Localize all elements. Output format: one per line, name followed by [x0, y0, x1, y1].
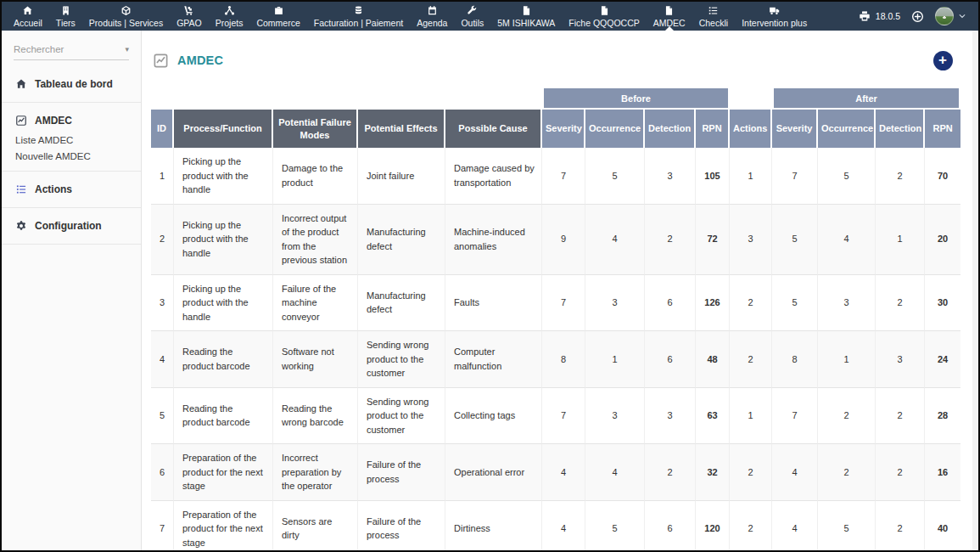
cell-severity-before: 7 — [542, 148, 585, 205]
cell-effects: Joint failure — [358, 148, 445, 205]
topnav: AccueilTiersProduits | ServicesGPAOProje… — [2, 2, 978, 31]
nav-item-intervention-plus[interactable]: Intervention plus — [735, 2, 814, 31]
home-icon — [22, 5, 33, 16]
table-row: 5Reading the product barcodeReading the … — [151, 388, 960, 445]
cell-rpn-after: 30 — [925, 275, 960, 332]
cell-occurrence-after: 4 — [818, 205, 876, 275]
nav-item-5m-ishikawa[interactable]: 5M ISHIKAWA — [490, 2, 562, 31]
search-input[interactable] — [14, 44, 121, 54]
sidebar-item-nouvelle-amdec[interactable]: Nouvelle AMDEC — [2, 149, 141, 165]
nav-item-label: Checkli — [699, 18, 728, 28]
sidebar: ▾ Tableau de bordAMDECListe AMDECNouvell… — [2, 31, 142, 550]
cell-detection-before: 6 — [645, 275, 696, 332]
group-header-spacer — [730, 88, 772, 110]
sidebar-item-liste-amdec[interactable]: Liste AMDEC — [2, 132, 141, 149]
group-header-after: After — [772, 88, 960, 110]
file-icon — [599, 5, 610, 16]
sidebar-menu: Tableau de bordAMDECListe AMDECNouvelle … — [2, 72, 141, 245]
vertical-scrollbar[interactable] — [972, 31, 978, 550]
nav-item-label: GPAO — [176, 18, 202, 28]
cell-detection-after: 2 — [876, 275, 925, 332]
cell-process-function: Reading the product barcode — [174, 331, 273, 388]
cell-cause: Computer malfunction — [445, 331, 542, 388]
cell-severity-after: 8 — [772, 331, 818, 388]
nav-item-facturation-paiement[interactable]: Facturation | Paiement — [307, 2, 410, 31]
cell-id: 4 — [151, 331, 174, 388]
nav-item-commerce[interactable]: Commerce — [249, 2, 306, 31]
cell-severity-after: 4 — [772, 444, 818, 501]
cell-severity-before: 4 — [542, 444, 585, 501]
sidebar-item-configuration[interactable]: Configuration — [2, 214, 141, 238]
cell-rpn-after: 28 — [925, 388, 960, 445]
table-row: 3Picking up the product with the handleF… — [151, 275, 960, 332]
table-body: 1Picking up the product with the handleD… — [151, 148, 960, 550]
nav-item-agenda[interactable]: Agenda — [410, 2, 454, 31]
nav-item-label: Commerce — [256, 18, 300, 28]
user-menu[interactable] — [935, 7, 966, 25]
nav-item-tiers[interactable]: Tiers — [49, 2, 82, 31]
cell-detection-after: 2 — [876, 388, 925, 445]
nav-item-gpao[interactable]: GPAO — [170, 2, 209, 31]
group-header-before: Before — [542, 88, 730, 110]
caret-down-icon: ▾ — [121, 45, 129, 54]
cell-process-function: Preparation of the product for the next … — [174, 501, 273, 551]
cell-severity-after: 5 — [772, 205, 818, 275]
nav-item-amdec[interactable]: AMDEC — [647, 2, 692, 31]
cell-severity-after: 4 — [772, 501, 818, 551]
cell-severity-before: 9 — [542, 205, 585, 275]
file-icon — [521, 5, 532, 16]
cell-severity-before: 7 — [542, 275, 585, 332]
sidebar-item-amdec[interactable]: AMDEC — [2, 109, 141, 132]
nav-item-outils[interactable]: Outils — [454, 2, 490, 31]
table-head: BeforeAfterIDProcess/FunctionPotential F… — [151, 88, 960, 148]
file-icon — [664, 5, 675, 16]
print-version[interactable]: 18.0.5 — [859, 10, 900, 22]
sidebar-item-label: Liste AMDEC — [15, 135, 73, 145]
cell-detection-after: 2 — [876, 501, 925, 551]
cell-rpn-after: 40 — [925, 501, 960, 551]
cell-occurrence-after: 3 — [818, 275, 876, 332]
col-header-occurrence-before: Occurrence — [585, 110, 645, 148]
sidebar-item-label: Configuration — [35, 220, 102, 232]
col-header-process-function: Process/Function — [174, 110, 273, 148]
cell-effects: Manufacturing defect — [358, 275, 445, 332]
cube-icon — [120, 5, 132, 16]
cell-detection-before: 3 — [645, 148, 696, 205]
nav-item-fiche-qqqoccp[interactable]: Fiche QQQOCCP — [562, 2, 646, 31]
cell-actions: 2 — [730, 444, 772, 501]
nav-item-accueil[interactable]: Accueil — [7, 2, 49, 31]
cell-cause: Faults — [445, 275, 542, 332]
home-icon — [15, 78, 27, 90]
add-amdec-button[interactable]: + — [924, 44, 961, 76]
cell-occurrence-before: 3 — [585, 275, 645, 332]
col-header-rpn-before: RPN — [696, 110, 730, 148]
sidebar-item-actions[interactable]: Actions — [2, 177, 141, 201]
chart-line-icon — [15, 115, 27, 127]
cell-detection-before: 3 — [645, 388, 696, 445]
table-row: 6Preparation of the product for the next… — [151, 444, 960, 501]
cell-failure-mode: Reading the wrong barcode — [273, 388, 358, 445]
sidebar-item-tableau-de-bord[interactable]: Tableau de bord — [2, 72, 141, 96]
cell-occurrence-before: 4 — [585, 205, 645, 275]
wrench-icon — [467, 5, 478, 16]
sidebar-search: ▾ — [14, 44, 129, 60]
nav-item-produits-services[interactable]: Produits | Services — [82, 2, 170, 31]
col-header-severity-after: Severity — [772, 110, 818, 148]
avatar — [935, 7, 954, 25]
cell-rpn-after: 24 — [925, 331, 960, 388]
cell-id: 6 — [151, 444, 174, 501]
group-header-spacer — [151, 88, 542, 110]
cell-rpn-before: 32 — [696, 444, 730, 501]
topnav-items: AccueilTiersProduits | ServicesGPAOProje… — [7, 2, 814, 31]
cell-rpn-before: 72 — [696, 205, 730, 275]
cell-id: 1 — [151, 148, 174, 205]
app-window: AccueilTiersProduits | ServicesGPAOProje… — [0, 0, 980, 552]
plus-circle-icon[interactable] — [911, 10, 924, 23]
nav-item-label: AMDEC — [653, 18, 686, 28]
nav-item-projets[interactable]: Projets — [209, 2, 250, 31]
cell-actions: 2 — [730, 501, 772, 551]
cell-occurrence-before: 1 — [585, 331, 645, 388]
nav-item-checkli[interactable]: Checkli — [692, 2, 735, 31]
chart-line-icon — [153, 53, 169, 69]
cell-severity-after: 7 — [772, 388, 818, 445]
